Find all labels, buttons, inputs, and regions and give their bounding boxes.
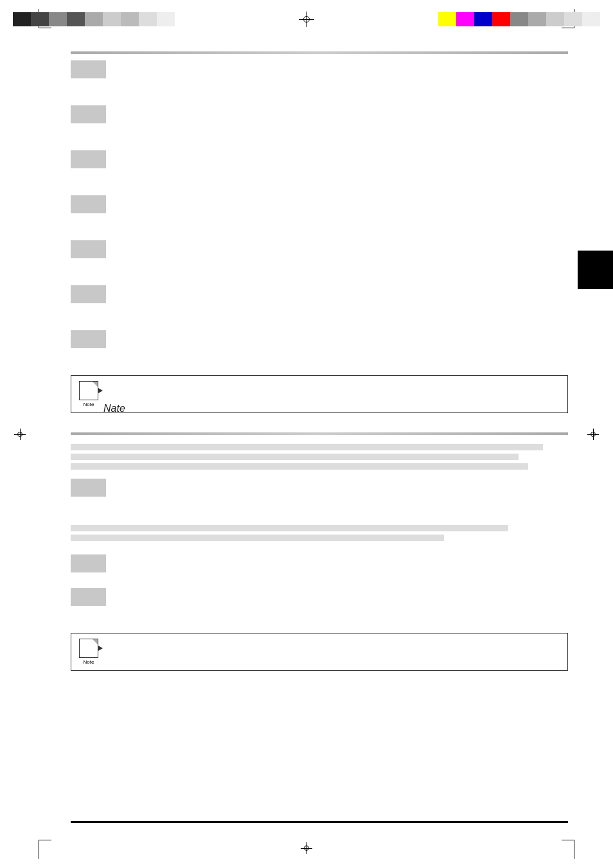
corner-mark-br: [562, 840, 574, 859]
list-item: [71, 105, 568, 127]
crosshair-left: [14, 429, 26, 440]
left-bar-6: [103, 12, 121, 26]
content-block-1: [71, 60, 106, 78]
text-line-1: [71, 444, 543, 450]
note-icon-container: Note: [79, 381, 98, 407]
left-bar-5: [85, 12, 103, 26]
left-bar-9: [157, 12, 175, 26]
text-line-2: [71, 454, 519, 460]
left-bar-2: [31, 12, 49, 26]
right-bar-4: [492, 12, 510, 26]
content-block-5: [71, 240, 106, 258]
left-bar-7: [121, 12, 139, 26]
list-item: [71, 240, 568, 262]
section-1: Note: [71, 51, 568, 413]
note-icon-container-2: Note: [79, 639, 98, 665]
right-bar-2: [456, 12, 474, 26]
note-label-2: Note: [84, 659, 94, 665]
text-line-5: [71, 535, 444, 541]
left-bar-1: [13, 12, 31, 26]
note-icon: [79, 381, 98, 400]
section-2-text-lines: [71, 444, 568, 470]
content-block-2: [71, 105, 106, 123]
section-2-header: [71, 432, 568, 435]
black-rectangle: [578, 251, 613, 289]
content-block-3: [71, 150, 106, 168]
note-label-1: Note: [84, 402, 94, 407]
right-bar-6: [528, 12, 546, 26]
crosshair-bottom: [301, 842, 312, 854]
list-item: [71, 195, 568, 217]
list-item: [71, 150, 568, 172]
crosshair-right: [587, 429, 599, 440]
list-item: [71, 479, 568, 500]
bottom-rule: [71, 821, 568, 823]
main-content: Note: [71, 45, 568, 671]
right-bar-7: [546, 12, 564, 26]
section-2: Note: [71, 432, 568, 671]
content-block-6: [71, 285, 106, 303]
left-bar-8: [139, 12, 157, 26]
section-2-items: [71, 479, 568, 621]
note-box-1: Note: [71, 375, 568, 413]
right-bar-3: [474, 12, 492, 26]
left-bar-4: [67, 12, 85, 26]
text-line-4: [71, 525, 508, 531]
corner-mark-bl: [39, 840, 51, 859]
nate-text: Nate: [103, 403, 125, 414]
list-item: [71, 330, 568, 352]
content-block-7: [71, 330, 106, 348]
content-block-s2-2: [71, 554, 106, 572]
section-1-header: [71, 51, 568, 54]
right-color-bars: [438, 12, 600, 26]
content-block-s2-1: [71, 479, 106, 497]
right-bar-1: [438, 12, 456, 26]
section-1-items: [71, 60, 568, 364]
list-item: [71, 588, 568, 610]
left-bar-3: [49, 12, 67, 26]
content-block-s2-3: [71, 588, 106, 606]
note-content-1: [103, 381, 560, 391]
text-line-3: [71, 463, 528, 470]
list-item: [71, 285, 568, 307]
list-item: [71, 525, 568, 544]
note-content-2: [103, 639, 560, 649]
left-color-bars: [13, 12, 175, 26]
right-bar-5: [510, 12, 528, 26]
content-block-4: [71, 195, 106, 213]
right-bar-8: [564, 12, 582, 26]
right-bar-9: [582, 12, 600, 26]
list-item: [71, 554, 568, 576]
note-icon-2: [79, 639, 98, 658]
crosshair-top: [299, 12, 314, 27]
list-item: [71, 60, 568, 82]
note-box-2: Note: [71, 633, 568, 671]
top-bar-container: [0, 12, 613, 27]
